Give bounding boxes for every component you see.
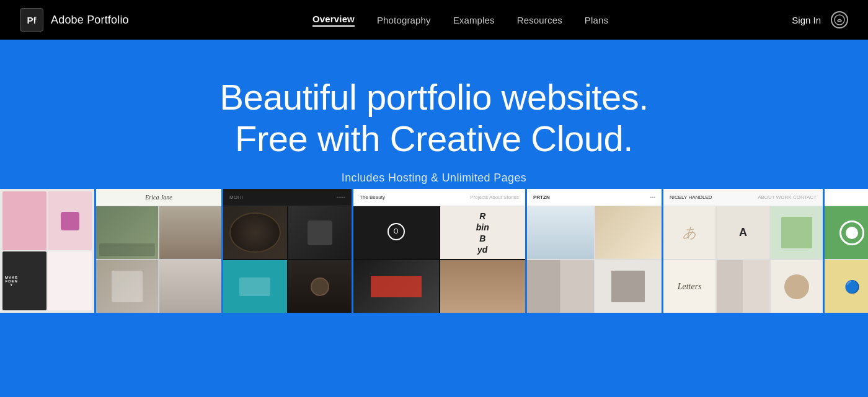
sign-in-link[interactable]: Sign In [792, 15, 821, 25]
nav-examples[interactable]: Examples [453, 15, 495, 25]
nav-overview[interactable]: Overview [312, 14, 355, 27]
creative-cloud-icon[interactable] [831, 11, 848, 28]
showcase-panel-4: The Beauty Projects About Stories O R bi… [353, 189, 527, 313]
nav-plans[interactable]: Plans [585, 15, 608, 25]
showcase-panel-5: PRTZN ▪▪▪ [527, 189, 663, 313]
navbar: Pf Adobe Portfolio Overview Photography … [0, 0, 868, 40]
showcase-strip: MVKEFDENY Erica Jane [0, 189, 868, 313]
showcase-panel-6: NICELY HANDLED ABOUT WORK CONTACT あ A Le… [663, 189, 825, 313]
hero-title-line2: Free with Creative Cloud. [235, 118, 633, 159]
navbar-right: Sign In [792, 11, 848, 28]
brand: Pf Adobe Portfolio [20, 8, 129, 32]
showcase-panel-3: MOI II ▪▪▪▪▪ [223, 189, 353, 313]
hero-subtitle: Includes Hosting & Unlimited Pages [342, 172, 526, 185]
showcase-panel-1: MVKEFDENY [0, 189, 96, 313]
showcase-panel-2: Erica Jane [96, 189, 223, 313]
hero-title: Beautiful portfolio websites. Free with … [219, 77, 649, 159]
nav-links: Overview Photography Examples Resources … [312, 14, 608, 27]
hero-section: Beautiful portfolio websites. Free with … [0, 40, 868, 313]
nav-photography[interactable]: Photography [377, 15, 431, 25]
nav-resources[interactable]: Resources [517, 15, 562, 25]
showcase-panel-7: 🔵 ✿ [825, 189, 868, 313]
brand-name: Adobe Portfolio [51, 14, 129, 27]
pf-logo: Pf [20, 8, 43, 32]
logo-text: Pf [27, 15, 37, 25]
hero-title-line1: Beautiful portfolio websites. [219, 77, 649, 117]
